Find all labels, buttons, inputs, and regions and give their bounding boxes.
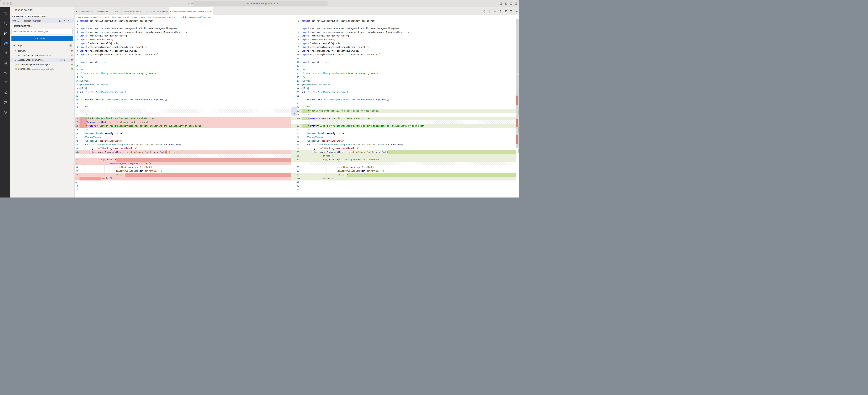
- activity-item-terraform[interactable]: [3, 81, 7, 85]
- close-window-button[interactable]: [3, 2, 5, 5]
- revert-block-icon[interactable]: →: [293, 108, 296, 111]
- navigate-back-icon[interactable]: ←: [187, 2, 190, 4]
- previous-change-icon[interactable]: [488, 10, 491, 13]
- chevron-down-icon: [11, 16, 13, 17]
- toggle-panel-icon[interactable]: [510, 2, 513, 5]
- overview-added-marker: [518, 110, 519, 114]
- activity-item-search[interactable]: [3, 21, 7, 25]
- breadcrumb-item[interactable]: java: [112, 16, 116, 18]
- toggle-secondary-sidebar-icon[interactable]: [515, 2, 518, 5]
- editor-tab[interactable]: Apply Enterprise Sta...: [75, 7, 96, 15]
- split-editor-icon[interactable]: [510, 10, 513, 13]
- breadcrumb-item[interactable]: management: [155, 16, 166, 18]
- refresh-icon[interactable]: [67, 20, 69, 22]
- diff-modified-pane[interactable]: 1package com.royal.reserve.bank.asset.ma…: [291, 19, 516, 198]
- customize-layout-icon[interactable]: [499, 2, 502, 5]
- activity-bar: 5: [0, 7, 10, 198]
- code-line-31: 31 @SneakyThrows: [75, 135, 291, 139]
- activity-item-gitlab-duo-chat[interactable]: [3, 100, 7, 104]
- commit-button[interactable]: ✓ Commit: [11, 36, 72, 41]
- code-line-18: 18@RequiredArgsConstructor: [291, 83, 516, 87]
- code-line-2: 2: [291, 23, 516, 27]
- code-line-36: 36- .map(asset ->: [75, 158, 291, 162]
- active-view-indicator: [0, 36, 0, 45]
- toggle-whitespace-icon[interactable]: ¶: [499, 10, 502, 13]
- changed-file-row[interactable]: {}openapi.jsonasset-management-api/...U: [10, 67, 75, 71]
- next-change-icon[interactable]: [494, 10, 496, 13]
- check-icon[interactable]: [63, 20, 65, 22]
- breadcrumb-item[interactable]: service: [174, 16, 180, 18]
- toggle-primary-sidebar-icon[interactable]: [505, 2, 507, 5]
- git-status-badge: U: [70, 63, 74, 66]
- diff-original-pane[interactable]: 1package com.royal.reserve.bank.asset.ma…: [75, 19, 291, 198]
- more-actions-icon[interactable]: ⋯: [515, 10, 518, 13]
- breadcrumb-item[interactable]: royal: [125, 16, 129, 18]
- breadcrumb-item[interactable]: main: [105, 16, 110, 18]
- editor-tab[interactable]: High Risk Security V...: [122, 7, 145, 15]
- minimize-window-button[interactable]: [6, 2, 9, 5]
- breadcrumb-item[interactable]: com: [118, 16, 122, 18]
- changed-file-row[interactable]: JAccountService.javaaccount-api/sr...M: [10, 53, 75, 58]
- editor-tab[interactable]: GitLab Duo Workflow: [145, 7, 169, 15]
- open-file-icon[interactable]: [59, 59, 62, 61]
- editor-tab[interactable]: Add OpenAPI Document...: [96, 7, 122, 15]
- code-line-7: 7import lombok.extern.slf4j.Slf4j;: [291, 42, 516, 45]
- breadcrumb-item[interactable]: api: [169, 16, 172, 18]
- overview-ruler[interactable]: [516, 19, 519, 198]
- section-repositories[interactable]: SOURCE CONTROL REPOSITORIES: [11, 15, 46, 18]
- java-file-icon: J: [14, 59, 17, 61]
- section-source-control[interactable]: SOURCE CONTROL: [11, 25, 32, 27]
- activity-item-explorer[interactable]: [3, 11, 7, 16]
- code-line-22: 22 private final AssetManagementReposito…: [75, 98, 291, 102]
- breadcrumb-item[interactable]: asset: [148, 16, 152, 18]
- activity-item-remote-explorer[interactable]: [3, 61, 7, 65]
- activity-item-docker[interactable]: [3, 71, 7, 75]
- changed-file-row[interactable]: {}asset-management-api-docs.json...U: [10, 62, 75, 67]
- map-icon[interactable]: [504, 10, 507, 13]
- breadcrumb-file[interactable]: AssetManagementService.java: [185, 16, 211, 18]
- sidebar-more-actions-icon[interactable]: [69, 9, 72, 11]
- discard-icon[interactable]: [63, 59, 65, 61]
- command-center-search[interactable]: royal-reserve-bank-gitlab-demo-2: [193, 1, 328, 6]
- editor-title-actions: ¶⋯: [483, 7, 518, 15]
- stage-icon[interactable]: [67, 59, 69, 61]
- stage-block-icon[interactable]: +: [294, 112, 295, 115]
- tab-label: GitLab Duo Workflow: [150, 10, 168, 12]
- editor-tab[interactable]: JAssetManagementService.java (Working Tr…: [169, 7, 213, 15]
- code-line-23: 23: [291, 102, 516, 105]
- file-name: openapi.json: [18, 68, 31, 70]
- zoom-window-button[interactable]: [10, 2, 12, 5]
- more-icon[interactable]: [71, 20, 73, 22]
- open-changes-icon[interactable]: [483, 10, 486, 13]
- breadcrumb-item[interactable]: src: [100, 16, 102, 18]
- breadcrumb-item[interactable]: reserve: [132, 16, 138, 18]
- code-line-35: 35+ return assetManagementRepository.fin…: [291, 150, 516, 154]
- source-control-sidebar: SOURCE CONTROL SOURCE CONTROL REPOSITORI…: [10, 7, 75, 198]
- activity-item-extensions[interactable]: [3, 51, 7, 55]
- changed-file-row[interactable]: pom.xmlM: [10, 49, 75, 53]
- repository-row[interactable]: royal-... gitlabduo-workflow: [10, 19, 75, 23]
- commit-dropdown-button[interactable]: [68, 36, 72, 41]
- code-line-42: 42 }: [291, 180, 516, 184]
- code-line-37: 37+ .map(asset -> AssetManagementRespons…: [291, 158, 516, 162]
- diff-editor[interactable]: 1package com.royal.reserve.bank.asset.ma…: [75, 19, 519, 198]
- changes-section-header[interactable]: Changes: [12, 44, 23, 47]
- code-line-30: 30 @Transactional(readOnly = true): [291, 132, 516, 135]
- activity-item-terraform-cloud[interactable]: [3, 91, 7, 95]
- code-line-32: 32 @Cacheable("assetAvailability"): [75, 139, 291, 143]
- breadcrumb-item[interactable]: bank: [141, 16, 145, 18]
- sync-icon[interactable]: [59, 20, 61, 22]
- git-status-badge: M: [70, 54, 74, 57]
- code-line-41: 41- ).toList();: [75, 177, 291, 180]
- breadcrumb-separator: ›: [123, 16, 124, 18]
- java-file-icon: J: [14, 54, 17, 57]
- code-line-2: 2: [75, 23, 291, 27]
- activity-item-gitlab[interactable]: [3, 111, 7, 115]
- breadcrumb-item[interactable]: asset-management-api: [78, 16, 97, 18]
- commit-message-input[interactable]: [11, 29, 72, 34]
- breadcrumb-separator: ›: [111, 16, 111, 18]
- file-name: AssetManagementServic...: [18, 59, 44, 61]
- changed-file-row[interactable]: JAssetManagementServic...M: [10, 58, 75, 62]
- code-line-11: 11: [291, 57, 516, 60]
- activity-item-source-control[interactable]: [3, 31, 7, 35]
